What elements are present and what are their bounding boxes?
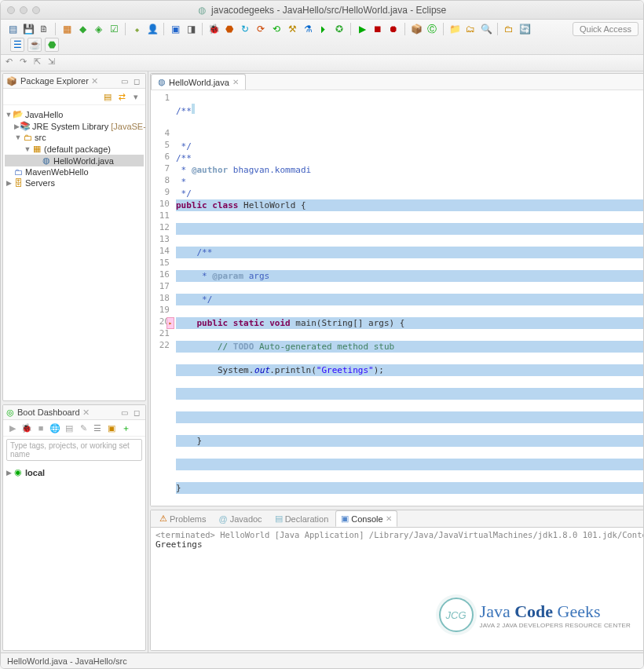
editor-code[interactable]: /** */ /** * @author bhagvan.kommadi * *…: [173, 90, 644, 506]
java-file-icon: ◍: [41, 155, 52, 166]
refresh-ws-icon[interactable]: 🔄: [518, 22, 532, 36]
suspend-icon[interactable]: ◨: [184, 22, 198, 36]
close-view-icon[interactable]: ✕: [82, 408, 90, 418]
forward-icon[interactable]: ↷: [20, 57, 32, 69]
close-tab-icon[interactable]: ✕: [386, 514, 392, 523]
nav-toolbar: ↶ ↷ ⇱ ⇲: [1, 55, 643, 71]
search-icon[interactable]: 🔍: [479, 22, 493, 36]
new-class-icon[interactable]: Ⓒ: [425, 22, 439, 36]
minimize-view-icon[interactable]: ▭: [119, 75, 130, 86]
package-explorer-tree[interactable]: ▼ 📂 JavaHello ▶ 📚 JRE System Library [Ja…: [3, 105, 145, 192]
tree-project[interactable]: ▼ 📂 JavaHello: [5, 108, 144, 120]
terminate-icon[interactable]: ⏺: [386, 22, 401, 36]
open-perspective-icon[interactable]: ☰: [10, 38, 24, 52]
new-icon[interactable]: ▤: [5, 22, 20, 36]
chevron-down-icon[interactable]: ▼: [14, 133, 22, 141]
boot-filter-input[interactable]: Type tags, projects, or working set name: [6, 439, 142, 461]
stop-boot-icon[interactable]: ■: [35, 422, 47, 434]
editor-tab-label: HelloWorld.java: [169, 78, 229, 87]
java-perspective-icon[interactable]: ☕: [27, 38, 42, 52]
resume-icon[interactable]: ▣: [168, 22, 182, 36]
package-explorer-toolbar: ▤ ⇆ ▾: [3, 89, 145, 105]
editor-tab-active[interactable]: ◍ HelloWorld.java ✕: [151, 74, 246, 90]
quick-fix-marker-icon[interactable]: ▸: [166, 317, 174, 329]
skip-breakpoints-icon[interactable]: ⬥: [130, 22, 144, 36]
separator: [55, 23, 56, 35]
new-package-icon[interactable]: 📦: [409, 22, 423, 36]
start-icon[interactable]: ▶: [6, 422, 19, 434]
chevron-down-icon[interactable]: ▼: [24, 145, 31, 153]
ant-icon[interactable]: ⚗: [301, 22, 315, 36]
boot-local[interactable]: ▶ ◉ local: [5, 466, 144, 478]
run-icon[interactable]: ▶: [355, 22, 369, 36]
open-task-icon[interactable]: ◈: [91, 22, 105, 36]
open-resource-icon[interactable]: 📁: [448, 22, 462, 36]
folder-icon[interactable]: 🗀: [502, 22, 516, 36]
save-icon[interactable]: 💾: [21, 22, 35, 36]
list-icon[interactable]: ☰: [91, 422, 104, 434]
collapse-icon[interactable]: ▣: [105, 422, 118, 434]
chevron-right-icon[interactable]: ▶: [5, 469, 13, 477]
globe-icon[interactable]: 🌐: [49, 422, 61, 434]
tab-declaration[interactable]: ▤ Declaration: [269, 510, 335, 527]
editor-area: ◍ HelloWorld.java ✕ ▭ ◻ 1 45 67 89: [150, 73, 644, 506]
maximize-view-icon[interactable]: ◻: [131, 75, 142, 86]
back-icon[interactable]: ↶: [5, 57, 18, 69]
open-type-icon[interactable]: ◆: [75, 22, 90, 36]
checkbox-icon[interactable]: ☑: [107, 22, 121, 36]
tree-label: Servers: [25, 178, 55, 188]
add-icon[interactable]: ＋: [119, 422, 132, 434]
perspective-switcher: ☰ ☕ ⬣: [10, 38, 59, 52]
restart-icon[interactable]: ⟳: [254, 22, 268, 36]
minimize-window-icon[interactable]: [20, 6, 27, 14]
boot-tree[interactable]: ▶ ◉ local: [3, 463, 145, 481]
debug-boot-icon[interactable]: 🐞: [20, 422, 33, 434]
build-icon[interactable]: ⚒: [285, 22, 299, 36]
zoom-window-icon[interactable]: [32, 6, 40, 14]
close-view-icon[interactable]: ✕: [91, 76, 98, 86]
person-icon[interactable]: 👤: [145, 22, 159, 36]
save-all-icon[interactable]: 🗎: [37, 22, 51, 36]
tab-problems[interactable]: ⚠ Problems: [154, 510, 211, 527]
next-annotation-icon[interactable]: ⇲: [48, 57, 60, 69]
console-body[interactable]: <terminated> HelloWorld [Java Applicatio…: [151, 528, 644, 650]
redeploy-icon[interactable]: ⟲: [269, 22, 284, 36]
status-bar: HelloWorld.java - JavaHello/src: [1, 653, 643, 668]
close-window-icon[interactable]: [7, 6, 15, 14]
coverage-icon[interactable]: ⬣: [222, 22, 236, 36]
run-last-icon[interactable]: ⏵: [317, 22, 331, 36]
main-toolbar: ▤ 💾 🗎 ▦ ◆ ◈ ☑ ⬥ 👤 ▣ ◨ 🐞 ⬣ ↻ ⟳ ⟲ ⚒ ⚗ ⏵ ✪ …: [1, 20, 643, 55]
tree-jre[interactable]: ▶ 📚 JRE System Library [JavaSE-1.8]: [5, 120, 144, 132]
refresh-icon[interactable]: ↻: [238, 22, 252, 36]
console-icon[interactable]: ▤: [63, 422, 75, 434]
close-tab-icon[interactable]: ✕: [232, 78, 239, 86]
spring-perspective-icon[interactable]: ⬣: [45, 38, 59, 52]
quick-access-input[interactable]: Quick Access: [573, 22, 639, 36]
collapse-all-icon[interactable]: ▤: [101, 90, 114, 103]
tree-src[interactable]: ▼ 🗀 src: [5, 132, 144, 143]
chevron-right-icon[interactable]: ▶: [5, 179, 13, 187]
minimize-view-icon[interactable]: ▭: [119, 407, 130, 418]
tree-file-selected[interactable]: ◍ HelloWorld.java: [5, 155, 144, 166]
tab-console[interactable]: ▣ Console ✕: [335, 510, 397, 527]
maximize-view-icon[interactable]: ◻: [131, 407, 142, 418]
debug-icon[interactable]: 🐞: [207, 22, 221, 36]
edit-icon[interactable]: ✎: [77, 422, 90, 434]
bottom-tabstrip: ⚠ Problems @ Javadoc ▤ Declaration ▣ Con…: [151, 510, 644, 528]
tree-package[interactable]: ▼ ▦ (default package): [5, 143, 144, 155]
tree-project-maven[interactable]: 🗀 MavenWebHello: [5, 166, 144, 177]
last-edit-icon[interactable]: ⇱: [34, 57, 46, 69]
switch-editor-icon[interactable]: ▦: [60, 22, 74, 36]
tab-javadoc[interactable]: @ Javadoc: [213, 511, 267, 527]
chevron-right-icon[interactable]: ▶: [14, 122, 20, 130]
editor-body[interactable]: 1 45 67 89 1011 1213 1415 1617 1819 2021…: [151, 90, 644, 506]
chevron-down-icon[interactable]: ▼: [5, 111, 13, 119]
tree-servers[interactable]: ▶ 🗄 Servers: [5, 177, 144, 188]
stop-icon[interactable]: ⏹: [371, 22, 385, 36]
servers-icon: 🗄: [13, 178, 24, 188]
debug-last-icon[interactable]: ✪: [332, 22, 346, 36]
separator: [497, 23, 498, 35]
view-menu-icon[interactable]: ▾: [130, 90, 142, 103]
link-editor-icon[interactable]: ⇆: [115, 90, 128, 103]
open-project-icon[interactable]: 🗂: [463, 22, 478, 36]
